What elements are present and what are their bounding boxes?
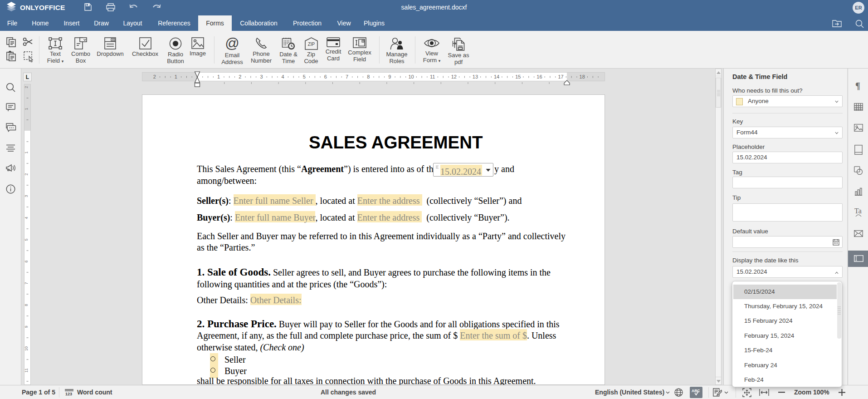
- svg-text:9: 9: [24, 325, 29, 328]
- svg-text:7: 7: [346, 74, 348, 79]
- svg-text:11: 11: [430, 74, 435, 79]
- svg-text:1: 1: [175, 74, 177, 79]
- svg-text:ABC: ABC: [692, 389, 700, 393]
- svg-text:13: 13: [473, 74, 478, 79]
- svg-text:12: 12: [451, 74, 457, 79]
- svg-text:5: 5: [24, 238, 29, 241]
- svg-text:3: 3: [260, 74, 263, 79]
- svg-text:2: 2: [239, 74, 241, 79]
- svg-text:5: 5: [303, 74, 306, 79]
- svg-text:8: 8: [24, 304, 29, 306]
- svg-text:10: 10: [408, 74, 414, 79]
- svg-text:2: 2: [24, 173, 29, 175]
- svg-text:1: 1: [217, 74, 220, 79]
- svg-text:4: 4: [282, 74, 284, 79]
- svg-text:2: 2: [153, 74, 156, 79]
- svg-text:16: 16: [536, 74, 542, 79]
- svg-text:4: 4: [24, 217, 29, 219]
- svg-text:6: 6: [324, 74, 327, 79]
- svg-text:11: 11: [24, 368, 29, 372]
- svg-text:14: 14: [494, 74, 499, 79]
- svg-text:10: 10: [24, 346, 29, 351]
- svg-text:1: 1: [24, 151, 29, 153]
- svg-text:7: 7: [24, 282, 29, 284]
- svg-text:17: 17: [558, 74, 563, 79]
- svg-text:15: 15: [515, 74, 521, 79]
- svg-text:6: 6: [24, 260, 29, 262]
- svg-text:@: @: [225, 37, 239, 51]
- svg-text:1: 1: [24, 108, 29, 110]
- svg-text:8: 8: [367, 74, 370, 79]
- svg-text:2: 2: [24, 86, 29, 88]
- svg-text:18: 18: [580, 74, 585, 79]
- svg-text:9: 9: [388, 74, 391, 79]
- svg-text:3: 3: [24, 195, 29, 197]
- svg-text:ZIP: ZIP: [307, 42, 315, 47]
